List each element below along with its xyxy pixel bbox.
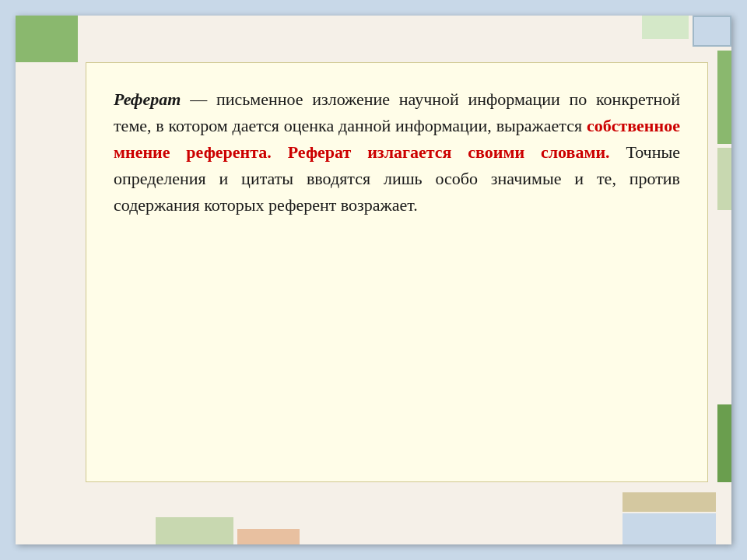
side-decoration-right-bot [717, 404, 731, 482]
text-red-sentence: Реферат излагается своими словами. [288, 142, 610, 162]
slide-container: Реферат — письменное изложение научной и… [16, 16, 731, 544]
corner-decoration-br [622, 513, 716, 544]
corner-decoration-tl [16, 16, 78, 62]
em-dash: — [181, 89, 216, 109]
side-decoration-right-mid [717, 148, 731, 210]
term-referat: Реферат [114, 89, 181, 109]
corner-decoration-bl [156, 517, 233, 544]
corner-decoration-tr2 [642, 16, 689, 39]
corner-decoration-br2 [622, 492, 716, 512]
corner-decoration-tr [693, 16, 731, 47]
main-paragraph: Реферат — письменное изложение научной и… [114, 86, 680, 219]
content-card: Реферат — письменное изложение научной и… [86, 62, 708, 482]
corner-decoration-bl2 [237, 529, 300, 544]
side-decoration-right-top [717, 51, 731, 144]
